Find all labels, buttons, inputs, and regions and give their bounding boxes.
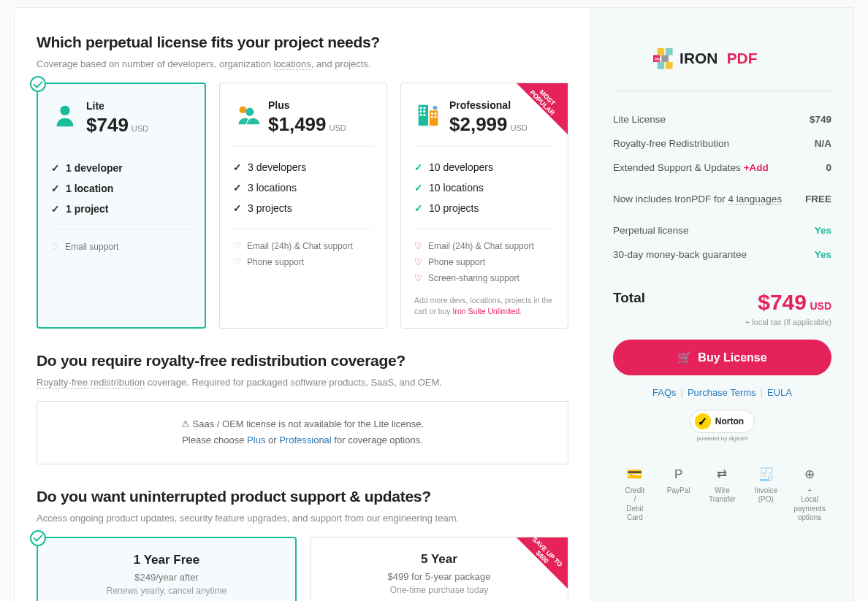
plan-feature: ✓10 locations (414, 177, 555, 198)
plan-support: ♡Email (24h) & Chat support (414, 238, 555, 254)
svg-rect-1 (420, 107, 422, 110)
heart-icon: ♡ (233, 257, 241, 267)
support-title: 1 Year Free (50, 553, 283, 567)
payment-icon: 🧾 (744, 467, 788, 482)
norton-badge: ✓Norton powered by digicert (613, 410, 831, 442)
check-icon: ✓ (51, 162, 60, 174)
heart-icon: ♡ (414, 241, 422, 251)
support-card[interactable]: SAVE UP TO $4005 Year$499 for 5-year pac… (310, 537, 568, 601)
check-icon: ✓ (233, 161, 242, 173)
check-icon: ✓ (51, 203, 60, 215)
plan-support: ♡Phone support (233, 254, 373, 270)
plus-link[interactable]: Plus (247, 435, 265, 445)
plan-support: ♡Phone support (414, 254, 555, 270)
professional-link[interactable]: Professional (279, 435, 332, 445)
svg-rect-10 (431, 116, 433, 118)
payment-icon: ⊕ (788, 467, 831, 482)
plan-support: ♡Email support (51, 239, 191, 255)
plan-icon (233, 101, 261, 129)
svg-rect-5 (420, 114, 422, 116)
check-icon: ✓ (414, 202, 423, 214)
plan-feature: ✓3 projects (233, 198, 373, 218)
plan-feature: ✓1 location (51, 178, 191, 199)
plan-price: $2,999 (449, 113, 508, 135)
svg-rect-19 (666, 62, 672, 69)
summary-row: Extended Support & Updates +Add0 (613, 156, 831, 180)
footer-links: FAQs|Purchase Terms|EULA (613, 387, 831, 398)
plan-feature: ✓1 project (51, 199, 191, 219)
support-price: $249/year after (50, 572, 283, 583)
heart-icon: ♡ (51, 242, 59, 252)
svg-text:PDF: PDF (654, 58, 661, 61)
check-icon: ✓ (414, 161, 423, 173)
payment-option[interactable]: 🧾Invoice(PO) (744, 467, 788, 522)
selected-check-icon (30, 530, 46, 546)
svg-rect-3 (420, 110, 422, 112)
plan-note: Add more devs, locations, projects in th… (414, 295, 555, 316)
cart-icon: 🛒 (677, 351, 692, 364)
buy-license-button[interactable]: 🛒Buy License (613, 340, 831, 375)
plan-icon (414, 101, 442, 129)
plan-feature: ✓10 projects (414, 198, 555, 218)
plan-card-plus[interactable]: Plus$1,499USD✓3 developers✓3 locations✓3… (219, 83, 387, 329)
total-price: $749 (758, 290, 807, 314)
svg-rect-6 (423, 114, 425, 116)
selected-check-icon (30, 76, 46, 92)
plan-feature: ✓3 developers (233, 157, 373, 177)
plan-price: $1,499 (268, 113, 327, 135)
svg-rect-17 (661, 55, 668, 61)
plan-name: Plus (268, 99, 346, 111)
check-icon: ✓ (233, 202, 242, 214)
plan-card-professional[interactable]: MOST POPULARProfessional$2,999USD✓10 dev… (400, 83, 568, 329)
svg-rect-7 (430, 110, 438, 126)
payment-option[interactable]: PPayPal (657, 467, 701, 522)
lite-unavailable-alert: ⚠ Saas / OEM license is not available fo… (37, 401, 568, 464)
plan-feature: ✓10 developers (414, 157, 555, 177)
plan-card-lite[interactable]: Lite$749USD✓1 developer✓1 location✓1 pro… (37, 83, 206, 329)
summary-row: Perpetual licenseYes (613, 218, 831, 242)
plan-feature: ✓1 developer (51, 158, 191, 178)
svg-rect-2 (423, 107, 425, 110)
plan-icon (51, 102, 79, 129)
check-icon: ✓ (233, 182, 242, 194)
svg-text:PDF: PDF (726, 50, 757, 66)
license-subtitle: Coverage based on number of developers, … (37, 58, 568, 69)
total-label: Total (613, 290, 645, 306)
redistribution-subtitle: Royalty-free redistribution coverage. Re… (37, 377, 568, 388)
footer-link[interactable]: FAQs (652, 387, 677, 398)
support-detail: Renews yearly, cancel anytime (50, 586, 283, 596)
svg-rect-11 (435, 116, 437, 118)
plan-name: Professional (449, 99, 528, 111)
heart-icon: ♡ (414, 273, 422, 283)
add-link[interactable]: +Add (744, 162, 769, 173)
check-icon: ✓ (414, 182, 423, 194)
payment-icon: P (657, 467, 701, 482)
license-heading: Which perpetual license fits your projec… (37, 34, 568, 51)
heart-icon: ♡ (233, 241, 241, 251)
summary-row: 30-day money-back guaranteeYes (613, 242, 831, 267)
footer-link[interactable]: EULA (767, 387, 792, 398)
payment-option[interactable]: ⇄WireTransfer (701, 467, 745, 522)
summary-row: Royalty-free RedistributionN/A (613, 131, 831, 156)
payment-option[interactable]: 💳Credit/DebitCard (613, 467, 657, 522)
heart-icon: ♡ (414, 257, 422, 267)
svg-rect-9 (435, 112, 437, 115)
support-card[interactable]: 1 Year Free$249/year afterRenews yearly,… (37, 537, 297, 601)
svg-rect-14 (666, 48, 672, 55)
footer-link[interactable]: Purchase Terms (688, 387, 756, 398)
most-popular-ribbon: MOST POPULAR (517, 83, 568, 134)
ironpdf-logo: PDFIRONPDF (613, 34, 831, 91)
summary-row: Now includes IronPDF for 4 languagesFREE (613, 187, 831, 211)
save-ribbon: SAVE UP TO $400 (517, 537, 568, 589)
plan-support: ♡Email (24h) & Chat support (233, 238, 373, 254)
tax-note: + local tax (if applicable) (745, 318, 831, 326)
svg-point-12 (433, 106, 438, 110)
svg-rect-13 (657, 48, 663, 55)
payment-option[interactable]: ⊕+Localpaymentsoptions (788, 467, 831, 522)
plan-feature: ✓3 locations (233, 177, 373, 198)
svg-rect-4 (423, 110, 425, 112)
iron-suite-link[interactable]: Iron Suite Unlimited (453, 307, 520, 315)
support-subtitle: Access ongoing product updates, security… (37, 513, 568, 524)
svg-text:IRON: IRON (679, 50, 717, 66)
svg-rect-18 (657, 62, 663, 69)
